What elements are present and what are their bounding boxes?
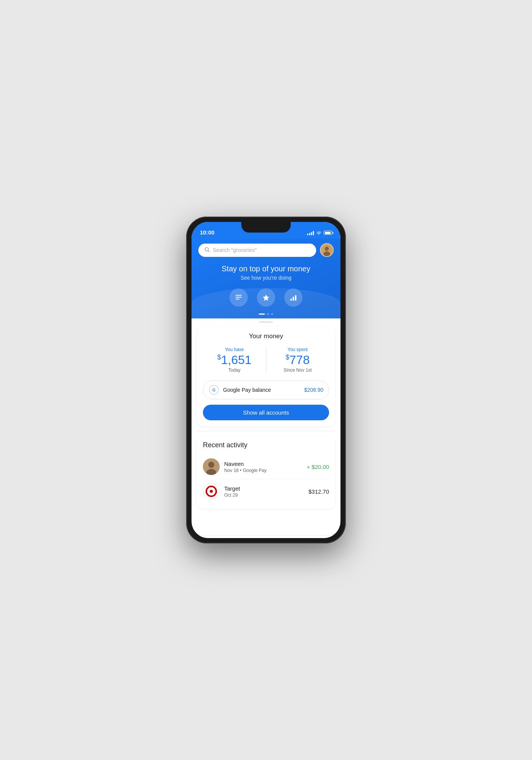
svg-rect-11 (295, 295, 296, 301)
balance-row[interactable]: G Google Pay balance $208.90 (203, 380, 329, 399)
status-icons (307, 230, 332, 236)
search-icon (204, 247, 210, 253)
you-spent-dollar: $ (286, 353, 290, 361)
carousel-dot-2 (267, 314, 269, 315)
you-have-dollar: $ (217, 353, 221, 361)
you-have-sublabel: Today (206, 367, 263, 373)
bottom-nav: $ Insights (192, 535, 340, 538)
activity-item-target[interactable]: Target Oct 29 $312.70 (203, 479, 329, 504)
you-spent-label: You spent (269, 347, 326, 352)
gpay-g-letter: G (212, 388, 216, 392)
search-bar[interactable]: Search "groceries" (198, 244, 316, 257)
show-accounts-label: Show all accounts (243, 409, 289, 416)
carousel-dots (198, 314, 334, 318)
search-row: Search "groceries" (198, 243, 334, 257)
status-time: 10:00 (200, 229, 214, 236)
target-logo (203, 483, 220, 500)
target-name: Target (224, 485, 309, 492)
hero-text: Stay on top of your money See how you're… (198, 263, 334, 285)
svg-marker-8 (263, 294, 269, 301)
you-spent-amount: $778 (269, 354, 326, 366)
target-meta: Oct 29 (224, 492, 309, 498)
main-content[interactable]: Your money You have $1,651 Today You spe… (192, 318, 340, 535)
rewards-button[interactable] (257, 288, 275, 307)
svg-rect-9 (290, 299, 292, 301)
battery-icon (324, 231, 332, 235)
you-spent-stat: You spent $778 Since Nov 1st (266, 345, 329, 374)
gpay-icon: G (209, 385, 219, 395)
user-avatar[interactable] (320, 243, 334, 257)
phone-screen: 10:00 (192, 222, 340, 538)
target-inner-dot (210, 490, 213, 493)
svg-rect-6 (236, 297, 242, 298)
pull-indicator (192, 318, 340, 323)
carousel-dot-1 (259, 314, 265, 315)
show-accounts-button[interactable]: Show all accounts (203, 405, 329, 420)
transactions-button[interactable] (230, 288, 248, 307)
notch (241, 222, 291, 233)
carousel-dot-3 (271, 314, 273, 315)
recent-activity-section: Recent activity Naveen Nov 18 • Google P… (197, 436, 335, 509)
svg-point-3 (325, 247, 329, 251)
wifi-icon (316, 230, 322, 236)
balance-label: Google Pay balance (223, 387, 271, 393)
recent-activity-title: Recent activity (203, 441, 329, 449)
target-outer-ring (206, 486, 217, 497)
you-have-amount: $1,651 (206, 354, 263, 366)
hero-title: Stay on top of your money (198, 264, 334, 273)
money-title: Your money (203, 332, 329, 340)
balance-amount: $208.90 (304, 387, 323, 393)
you-have-value: 1,651 (221, 353, 252, 367)
svg-line-1 (208, 250, 210, 252)
section-divider (197, 431, 335, 431)
money-stats: You have $1,651 Today You spent $778 Sin… (203, 345, 329, 374)
you-spent-sublabel: Since Nov 1st (269, 367, 326, 373)
naveen-name: Naveen (224, 461, 307, 467)
naveen-avatar (203, 458, 220, 475)
phone-frame: 10:00 (186, 217, 346, 543)
naveen-info: Naveen Nov 18 • Google Pay (224, 461, 307, 473)
naveen-amount: + $20.00 (307, 464, 329, 470)
you-have-label: You have (206, 347, 263, 352)
you-spent-value: 778 (290, 353, 310, 367)
action-icons-row (198, 285, 334, 314)
search-placeholder-text: Search "groceries" (213, 247, 257, 253)
naveen-meta: Nov 18 • Google Pay (224, 468, 307, 473)
svg-rect-5 (236, 295, 242, 296)
hero-subtitle: See how you're doing (198, 275, 334, 281)
header-section: Search "groceries" Stay on top of your m… (192, 239, 340, 318)
activity-item-naveen[interactable]: Naveen Nov 18 • Google Pay + $20.00 (203, 454, 329, 479)
target-info: Target Oct 29 (224, 485, 309, 498)
balance-left: G Google Pay balance (209, 385, 271, 395)
target-amount: $312.70 (309, 488, 329, 495)
signal-icon (307, 231, 314, 235)
money-card: Your money You have $1,651 Today You spe… (197, 326, 335, 426)
svg-rect-10 (293, 297, 294, 301)
svg-rect-7 (236, 299, 239, 299)
svg-point-13 (208, 462, 214, 468)
svg-point-4 (323, 252, 330, 257)
insights-button[interactable] (284, 288, 302, 307)
you-have-stat: You have $1,651 Today (203, 345, 266, 374)
